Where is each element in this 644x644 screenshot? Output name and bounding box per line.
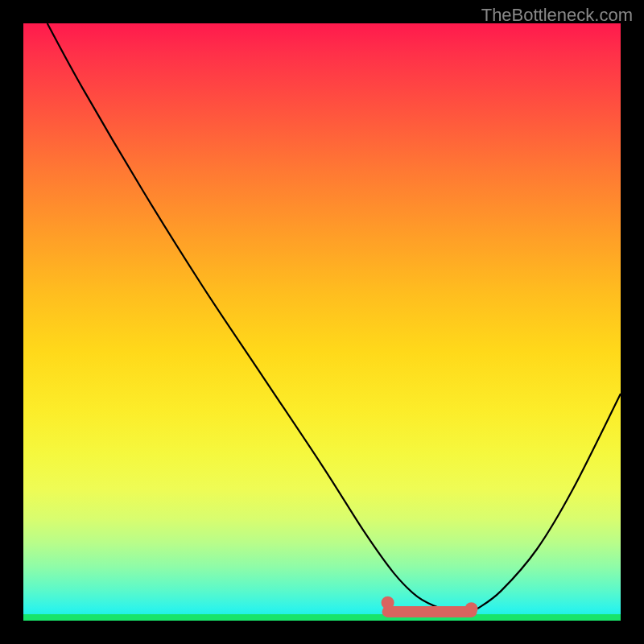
curve-svg [23, 23, 621, 621]
plot-area [23, 23, 621, 621]
bottleneck-curve [47, 23, 621, 615]
marker-zone-start [382, 597, 394, 609]
marker-zone-end [465, 602, 478, 615]
curve-path [47, 23, 621, 615]
watermark-text: TheBottleneck.com [481, 5, 633, 26]
